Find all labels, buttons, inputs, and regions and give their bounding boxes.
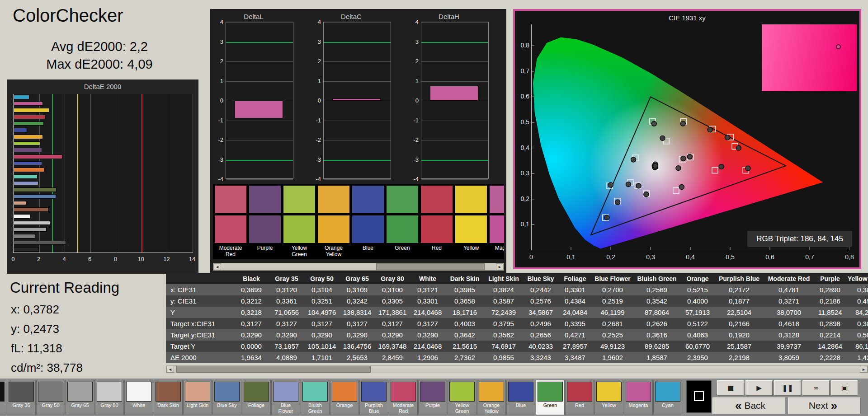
axis-tick-label: 2 <box>415 58 419 65</box>
axis-tick-label: 12 <box>163 256 170 262</box>
stop-button[interactable]: ■ <box>717 380 744 396</box>
back-button[interactable]: «Back <box>712 397 785 414</box>
patch-button-green[interactable]: Green <box>536 380 565 415</box>
patch-button-dark-skin[interactable]: Dark Skin <box>154 380 183 415</box>
y-axis-labels: 43210-1-2-3-4 <box>213 22 226 179</box>
gridline <box>324 22 391 23</box>
avg-de2000: Avg dE2000: 2,2 <box>0 38 199 56</box>
loop-button[interactable]: ∞ <box>802 380 830 396</box>
patch-cell-green[interactable]: Green <box>387 186 418 258</box>
pause-button[interactable]: ❚❚ <box>774 380 801 396</box>
axis-tick-label: 0,2 <box>606 253 615 261</box>
measured-marker-yellow <box>708 127 712 132</box>
axis-tick-label: 14 <box>189 256 195 262</box>
patch-cell-red[interactable]: Red <box>421 186 453 258</box>
table-cell: 0,3290 <box>340 329 375 341</box>
patch-button-gray-50[interactable]: Gray 50 <box>36 380 65 415</box>
patch-cell-magenta[interactable]: Magenta <box>490 186 504 258</box>
patch-cell-purple[interactable]: Purple <box>249 186 281 258</box>
patch-button-label: Dark Skin <box>156 402 181 408</box>
scrollbar-thumb[interactable] <box>376 263 485 270</box>
scroll-right-icon[interactable]: ► <box>496 263 504 270</box>
table-cell: 0,2525 <box>592 329 633 341</box>
patch-button-blue[interactable]: Blue <box>506 380 535 415</box>
axis-tick-label: -1 <box>413 117 419 123</box>
patch-cell-orange-yellow[interactable]: Orange Yellow <box>318 186 349 258</box>
patch-button-orange-yellow[interactable]: Orange Yellow <box>477 380 506 415</box>
delta-bar <box>430 86 478 101</box>
patch-button-foliage[interactable]: Foliage <box>242 380 271 415</box>
table-scrollbar[interactable]: ◄ ► <box>166 365 868 373</box>
patch-button-light-skin[interactable]: Light Skin <box>183 380 212 415</box>
patch-button-gray-65[interactable]: Gray 65 <box>66 380 94 415</box>
patch-button-yellow[interactable]: Yellow <box>594 380 623 415</box>
gridline <box>421 121 488 121</box>
patch-swatch <box>244 382 269 402</box>
deltae-bar-blue-sky <box>14 194 56 199</box>
deltae-bar-yellow-green <box>14 141 40 146</box>
patch-button-blue-sky[interactable]: Blue Sky <box>212 380 241 415</box>
chart-title: DeltaC <box>311 11 392 22</box>
play-button[interactable]: ▶ <box>745 380 773 396</box>
patch-button-magenta[interactable]: Magenta <box>624 380 653 415</box>
page-title: ColorChecker <box>13 5 123 26</box>
table-cell: 0,2214 <box>814 329 846 341</box>
table-cell: 0,4003 <box>445 318 484 329</box>
patch-swatch <box>626 382 651 402</box>
column-header: Purplish Blue <box>715 273 764 284</box>
gridline <box>324 121 391 121</box>
scrollbar-thumb[interactable] <box>176 366 371 373</box>
target-swatch <box>490 215 504 243</box>
column-header: Light Skin <box>484 273 523 284</box>
next-button[interactable]: Next» <box>788 397 861 414</box>
patch-cell-yellow[interactable]: Yellow <box>455 186 487 258</box>
patch-button-yellow-green[interactable]: Yellow Green <box>448 380 476 415</box>
patch-swatch <box>449 382 475 402</box>
table-cell: 0,1920 <box>715 329 764 341</box>
strip-scrollbar[interactable]: ◄ ► <box>213 263 504 271</box>
patch-button-cyan[interactable]: Cyan <box>653 380 682 415</box>
patch-button-gray-35[interactable]: Gray 35 <box>7 380 36 415</box>
patch-button-white[interactable]: White <box>124 380 153 415</box>
table-cell: 0,3127 <box>234 318 269 329</box>
patch-button-label: Foliage <box>244 402 269 408</box>
gridline <box>65 94 65 252</box>
patch-cell-yellow-green[interactable]: Yellow Green <box>283 186 315 258</box>
axis-tick-label: 0,8 <box>845 253 854 261</box>
gridline <box>421 179 488 180</box>
table-cell: 0,3361 <box>269 295 304 307</box>
current-reading-title: Current Reading <box>10 279 119 296</box>
axis-tick-label: 1 <box>220 77 223 84</box>
table-cell: 21,5615 <box>445 341 484 352</box>
pattern-grid-button[interactable]: ▣ <box>831 380 858 396</box>
patch-button-bluish-green[interactable]: Bluish Green <box>301 380 330 415</box>
patch-button-red[interactable]: Red <box>565 380 594 415</box>
patch-button-purple[interactable]: Purple <box>418 380 447 415</box>
scroll-left-icon[interactable]: ◄ <box>213 263 221 270</box>
delta-charts-panel: DeltaL43210-1-2-3-4DeltaC43210-1-2-3-4De… <box>210 9 506 276</box>
scroll-left-icon[interactable]: ◄ <box>166 366 174 373</box>
target-swatch <box>283 215 315 243</box>
patch-button-gray-80[interactable]: Gray 80 <box>95 380 124 415</box>
patch-button-blue-flower[interactable]: Blue Flower <box>271 380 300 415</box>
column-header: Foliage <box>558 273 592 284</box>
patch-button-moderate-red[interactable]: Moderate Red <box>389 380 418 415</box>
deltae-bar-blue <box>14 128 27 132</box>
scroll-right-icon[interactable]: ► <box>860 366 868 373</box>
table-cell: 0,2519 <box>592 295 633 307</box>
patch-button-label: Light Skin <box>185 402 210 408</box>
patch-button-purplish-blue[interactable]: Purplish Blue <box>359 380 388 415</box>
axis-tick-label: 0,1 <box>517 220 529 228</box>
patch-button-black[interactable]: Black <box>0 380 6 415</box>
patch-swatch <box>97 382 122 402</box>
measured-marker-yellow-green <box>680 121 685 126</box>
axis-tick-label: -4 <box>316 176 321 182</box>
patch-swatch <box>596 382 622 402</box>
patch-cell-moderate-red[interactable]: Moderate Red <box>215 186 246 258</box>
patch-cell-blue[interactable]: Blue <box>352 186 384 258</box>
patch-button-orange[interactable]: Orange <box>330 380 359 415</box>
table-cell: 18,1716 <box>445 307 484 318</box>
column-header: Purple <box>814 273 846 284</box>
pattern-window-button[interactable] <box>686 380 712 413</box>
table-cell: 0,4271 <box>558 329 592 341</box>
